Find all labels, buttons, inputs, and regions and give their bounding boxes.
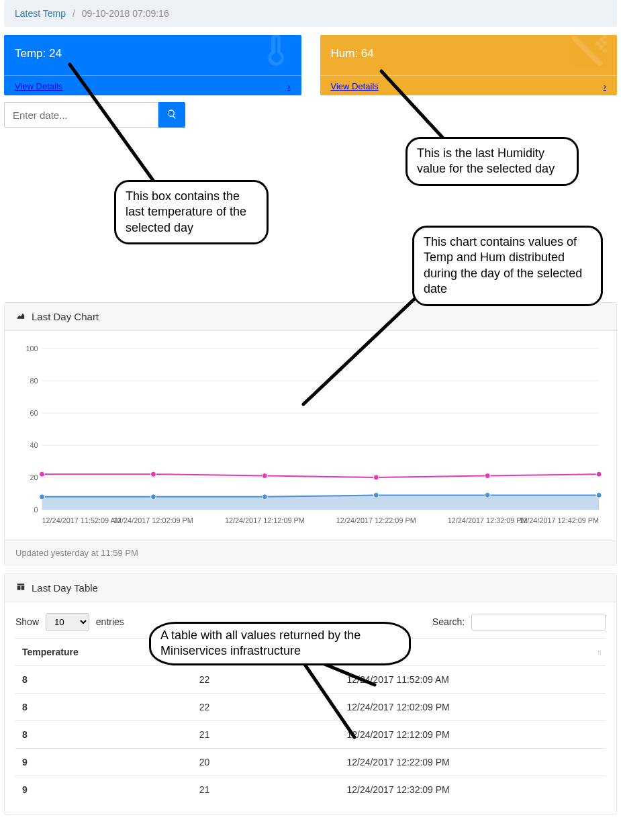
last-day-chart: 02040608010012/24/2017 11:52:09 AM12/24/… [15, 342, 606, 530]
svg-point-2 [599, 45, 603, 49]
svg-point-33 [373, 475, 379, 480]
svg-text:12/24/2017 12:02:09 PM: 12/24/2017 12:02:09 PM [113, 516, 193, 524]
breadcrumb-link-latest-temp[interactable]: Latest Temp [15, 8, 66, 19]
svg-text:12/24/2017 12:12:09 PM: 12/24/2017 12:12:09 PM [225, 516, 305, 524]
table-row: 92112/24/2017 12:32:09 PM [15, 776, 606, 804]
svg-point-4 [603, 48, 607, 52]
temp-card: Temp: 24 View Details › [4, 35, 301, 95]
show-label: Show [15, 616, 39, 627]
svg-point-0 [595, 41, 600, 45]
table-panel: Last Day Table Show 10 entries Search: T… [4, 573, 617, 814]
table-cell: 22 [193, 666, 340, 694]
chevron-right-icon: › [287, 81, 290, 91]
area-chart-icon [15, 311, 26, 322]
annotation-hum-box: This is the last Humidity value for the … [405, 137, 579, 186]
temp-card-label: Temp: 24 [15, 47, 62, 60]
svg-point-24 [40, 494, 45, 500]
annotation-temp-box: This box contains the last temperature o… [114, 180, 269, 244]
table-cell: 22 [193, 694, 340, 721]
svg-point-1 [599, 38, 603, 42]
table-row: 82112/24/2017 12:12:09 PM [15, 721, 606, 749]
table-icon [15, 582, 26, 594]
table-cell: 12/24/2017 11:52:09 AM [340, 666, 606, 694]
svg-point-32 [262, 473, 267, 479]
temp-view-details-link[interactable]: View Details › [4, 75, 301, 95]
page-size-control: Show 10 entries [15, 613, 124, 631]
svg-text:80: 80 [30, 377, 38, 385]
breadcrumb: Latest Temp / 09-10-2018 07:09:16 [4, 0, 617, 27]
svg-point-34 [485, 473, 490, 479]
search-button[interactable] [158, 102, 185, 128]
svg-point-3 [603, 41, 607, 45]
svg-point-35 [596, 471, 602, 477]
table-cell: 8 [15, 694, 193, 721]
table-cell: 8 [15, 721, 193, 749]
table-search-label: Search: [432, 616, 465, 627]
breadcrumb-current: 09-10-2018 07:09:16 [82, 8, 169, 19]
table-cell: 21 [193, 721, 340, 749]
svg-text:100: 100 [26, 344, 38, 353]
search-icon [166, 109, 177, 122]
thermometer-icon [257, 35, 295, 72]
chart-panel-title: Last Day Chart [32, 311, 99, 322]
svg-point-31 [150, 471, 156, 477]
hum-view-details-label: View Details [331, 81, 379, 91]
table-cell: 8 [15, 666, 193, 694]
table-cell: 12/24/2017 12:12:09 PM [340, 721, 606, 749]
svg-text:12/24/2017 12:22:09 PM: 12/24/2017 12:22:09 PM [336, 516, 416, 524]
svg-text:0: 0 [34, 506, 38, 514]
svg-text:60: 60 [30, 409, 38, 417]
chart-panel: Last Day Chart 02040608010012/24/2017 11… [4, 302, 617, 565]
annotation-table-box: A table with all values returned by the … [149, 622, 411, 665]
chart-panel-footer: Updated yesterday at 11:59 PM [5, 541, 616, 565]
table-panel-title: Last Day Table [32, 582, 98, 594]
temp-view-details-label: View Details [15, 81, 62, 91]
table-cell: 12/24/2017 12:02:09 PM [340, 694, 606, 721]
page-size-select[interactable]: 10 [46, 613, 89, 631]
breadcrumb-separator: / [73, 8, 75, 19]
table-cell: 12/24/2017 12:32:09 PM [340, 776, 606, 804]
date-search-input[interactable] [4, 102, 158, 128]
table-search-input[interactable] [471, 614, 606, 631]
svg-text:12/24/2017 11:52:09 AM: 12/24/2017 11:52:09 AM [42, 516, 122, 524]
hum-view-details-link[interactable]: View Details › [320, 75, 618, 95]
hum-card-label: Hum: 64 [331, 47, 374, 60]
table-search-control: Search: [432, 614, 606, 631]
svg-text:40: 40 [30, 441, 38, 449]
table-cell: 9 [15, 776, 193, 804]
table-row: 92012/24/2017 12:22:09 PM [15, 749, 606, 776]
hum-card: Hum: 64 View Details › [320, 35, 618, 95]
table-row: 82212/24/2017 11:52:09 AM [15, 666, 606, 694]
svg-point-26 [262, 494, 267, 500]
chevron-right-icon: › [604, 81, 606, 91]
entries-label: entries [96, 616, 124, 627]
table-cell: 9 [15, 749, 193, 776]
sort-icon: ↑↓ [597, 648, 600, 656]
svg-point-25 [150, 494, 156, 500]
svg-text:12/24/2017 12:32:09 PM: 12/24/2017 12:32:09 PM [448, 516, 528, 524]
annotation-chart-box: This chart contains values of Temp and H… [412, 226, 603, 306]
svg-point-30 [40, 471, 45, 477]
svg-point-5 [603, 35, 607, 38]
svg-text:12/24/2017 12:42:09 PM: 12/24/2017 12:42:09 PM [519, 516, 599, 524]
shower-icon [567, 35, 610, 77]
table-cell: 12/24/2017 12:22:09 PM [340, 749, 606, 776]
table-cell: 21 [193, 776, 340, 804]
svg-point-28 [485, 492, 490, 498]
table-cell: 20 [193, 749, 340, 776]
table-row: 82212/24/2017 12:02:09 PM [15, 694, 606, 721]
svg-point-27 [373, 492, 379, 498]
svg-text:20: 20 [30, 473, 38, 481]
svg-point-29 [596, 492, 602, 498]
